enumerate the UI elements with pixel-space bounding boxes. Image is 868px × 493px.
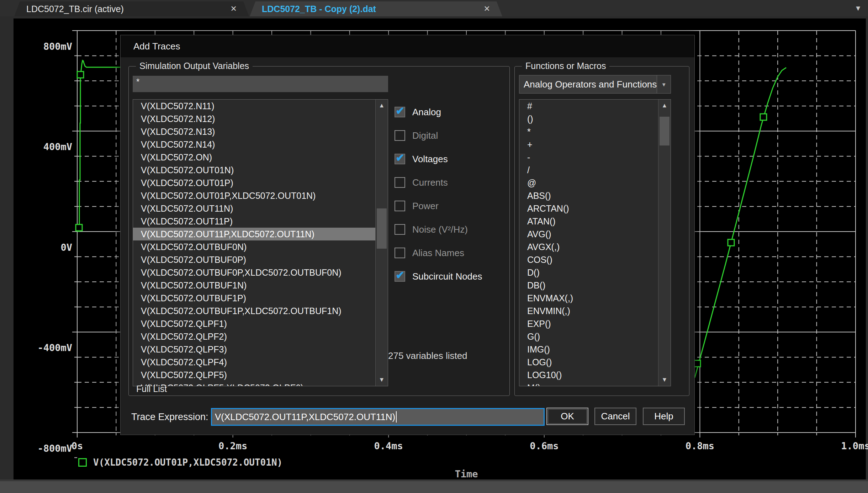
trace-expression-input[interactable]: V(XLDC5072.OUT11P,XLDC5072.OUT11N) — [211, 408, 545, 426]
checkbox-label: Alias Names — [412, 248, 464, 259]
checkbox-row[interactable]: ✔ Voltages — [395, 153, 512, 165]
variable-item[interactable]: V(XLDC5072.N11) — [133, 100, 376, 112]
function-item[interactable]: ATAN() — [519, 215, 658, 228]
variable-item[interactable]: V(XLDC5072.OUT11P,XLDC5072.OUT11N) — [133, 228, 376, 240]
variable-item[interactable]: V(XLDC5072.OUTBUF0P,XLDC5072.OUTBUF0N) — [133, 266, 376, 279]
variable-item[interactable]: V(XLDC5072.OUTBUF1N) — [133, 279, 376, 292]
scroll-thumb[interactable] — [377, 208, 387, 249]
checkbox-row[interactable]: ✔ Analog — [395, 106, 512, 118]
function-item[interactable]: M() — [519, 381, 658, 386]
variable-item[interactable]: V(XLDC5072.N13) — [133, 125, 376, 138]
checkbox-row[interactable]: ✔ Currents — [395, 176, 512, 189]
variable-item[interactable]: V(XLDC5072.OUT01N) — [133, 164, 376, 176]
checkbox-icon[interactable]: ✔ — [395, 130, 405, 141]
scroll-down-icon[interactable]: ▼ — [376, 374, 388, 386]
function-item[interactable]: D() — [519, 266, 658, 279]
tab-dat-label: LDC5072_TB - Copy (2).dat — [262, 4, 376, 14]
variable-item[interactable]: V(XLDC5072.ON) — [133, 151, 376, 164]
variable-item[interactable]: V(XLDC5072.QLPF5,XLDC5072.QLPF6) — [133, 381, 376, 386]
variable-item[interactable]: V(XLDC5072.QLPF4) — [133, 356, 376, 369]
variable-item[interactable]: V(XLDC5072.N12) — [133, 112, 376, 125]
function-item[interactable]: IMG() — [519, 343, 658, 356]
checkbox-icon[interactable]: ✔ — [395, 201, 405, 211]
trace-legend[interactable]: V(XLDC5072.OUT01P,XLDC5072.OUT01N) — [78, 457, 282, 468]
variable-item[interactable]: V(XLDC5072.OUTBUF1P) — [133, 292, 376, 304]
dialog-title[interactable]: Add Traces — [121, 35, 694, 57]
variable-item[interactable]: V(XLDC5072.OUT01P,XLDC5072.OUT01N) — [133, 189, 376, 202]
checkbox-label: Currents — [412, 177, 448, 188]
function-item[interactable]: # — [519, 100, 658, 112]
variables-count-text: 275 variables listed — [388, 350, 467, 361]
tab-overflow-icon[interactable]: ▼ — [854, 4, 862, 12]
tab-dat-file[interactable]: LDC5072_TB - Copy (2).dat ✕ — [250, 1, 502, 16]
function-category-dropdown[interactable]: Analog Operators and Functions ▼ — [519, 75, 671, 94]
variable-item[interactable]: V(XLDC5072.OUT11P) — [133, 215, 376, 228]
scroll-up-icon[interactable]: ▲ — [376, 100, 388, 112]
function-item[interactable]: ABS() — [519, 189, 658, 202]
functions-scrollbar[interactable]: ▲ ▼ — [658, 100, 671, 386]
function-item[interactable]: + — [519, 138, 658, 151]
full-list-label[interactable]: Full List — [136, 384, 167, 394]
checkbox-icon[interactable]: ✔ — [395, 248, 405, 258]
scroll-thumb[interactable] — [660, 117, 669, 145]
cancel-button[interactable]: Cancel — [594, 408, 636, 425]
checkbox-icon[interactable]: ✔ — [395, 107, 405, 117]
function-item[interactable]: LOG() — [519, 356, 658, 369]
checkbox-row[interactable]: ✔ Alias Names — [395, 247, 512, 259]
legend-swatch-icon — [78, 458, 87, 467]
function-item[interactable]: G() — [519, 330, 658, 343]
variable-item[interactable]: V(XLDC5072.OUTBUF0P) — [133, 253, 376, 266]
function-item[interactable]: DB() — [519, 279, 658, 292]
function-item[interactable]: ENVMAX(,) — [519, 292, 658, 304]
variables-list-body: V(XLDC5072.N11)V(XLDC5072.N12)V(XLDC5072… — [133, 100, 376, 386]
checkbox-row[interactable]: ✔ Power — [395, 200, 512, 212]
checkbox-row[interactable]: ✔ Digital — [395, 129, 512, 142]
function-item[interactable]: @ — [519, 176, 658, 189]
checkbox-icon[interactable]: ✔ — [395, 177, 405, 188]
function-item[interactable]: * — [519, 125, 658, 138]
checkbox-label: Voltages — [412, 154, 448, 165]
close-icon[interactable]: ✕ — [484, 4, 490, 14]
function-item[interactable]: COS() — [519, 253, 658, 266]
variable-item[interactable]: V(XLDC5072.OUT11N) — [133, 202, 376, 215]
checkmark-icon: ✔ — [396, 269, 404, 281]
variable-item[interactable]: V(XLDC5072.OUTBUF1P,XLDC5072.OUTBUF1N) — [133, 304, 376, 317]
checkbox-row[interactable]: ✔ Subcircuit Nodes — [395, 270, 512, 282]
function-item[interactable]: / — [519, 164, 658, 176]
function-item[interactable]: () — [519, 112, 658, 125]
scroll-up-icon[interactable]: ▲ — [658, 100, 671, 112]
function-item[interactable]: AVG() — [519, 228, 658, 240]
variable-item[interactable]: V(XLDC5072.QLPF3) — [133, 343, 376, 356]
function-item[interactable]: LOG10() — [519, 369, 658, 381]
y-tick-label: 0V — [60, 242, 72, 253]
function-item[interactable]: - — [519, 151, 658, 164]
tab-cir-file[interactable]: LDC5072_TB.cir (active) ✕ — [14, 1, 249, 16]
y-tick-label: 400mV — [43, 141, 72, 152]
variable-item[interactable]: V(XLDC5072.OUT01P) — [133, 176, 376, 189]
variable-filter-input[interactable]: * — [133, 76, 388, 92]
variable-item[interactable]: V(XLDC5072.QLPF5) — [133, 369, 376, 381]
help-button[interactable]: Help — [643, 408, 685, 425]
checkbox-label: Noise (V²/Hz) — [412, 224, 468, 235]
scroll-down-icon[interactable]: ▼ — [658, 374, 671, 386]
x-tick-label: 1.0ms — [841, 440, 868, 451]
checkbox-icon[interactable]: ✔ — [395, 224, 405, 235]
variable-item[interactable]: V(XLDC5072.QLPF2) — [133, 330, 376, 343]
variable-item[interactable]: V(XLDC5072.N14) — [133, 138, 376, 151]
checkbox-label: Digital — [412, 130, 438, 141]
function-item[interactable]: ENVMIN(,) — [519, 304, 658, 317]
variable-item[interactable]: V(XLDC5072.QLPF1) — [133, 317, 376, 330]
ok-button[interactable]: OK — [546, 408, 588, 425]
chevron-down-icon[interactable]: ▼ — [657, 75, 671, 93]
close-icon[interactable]: ✕ — [231, 4, 237, 14]
variables-scrollbar[interactable]: ▲ ▼ — [375, 100, 388, 386]
checkbox-row[interactable]: ✔ Noise (V²/Hz) — [395, 223, 512, 235]
y-tick-label: -400mV — [37, 342, 72, 353]
x-tick-label: 0s — [72, 440, 83, 451]
function-item[interactable]: ARCTAN() — [519, 202, 658, 215]
checkbox-icon[interactable]: ✔ — [395, 154, 405, 164]
function-item[interactable]: AVGX(,) — [519, 240, 658, 253]
function-item[interactable]: EXP() — [519, 317, 658, 330]
checkbox-icon[interactable]: ✔ — [395, 271, 405, 282]
variable-item[interactable]: V(XLDC5072.OUTBUF0N) — [133, 240, 376, 253]
